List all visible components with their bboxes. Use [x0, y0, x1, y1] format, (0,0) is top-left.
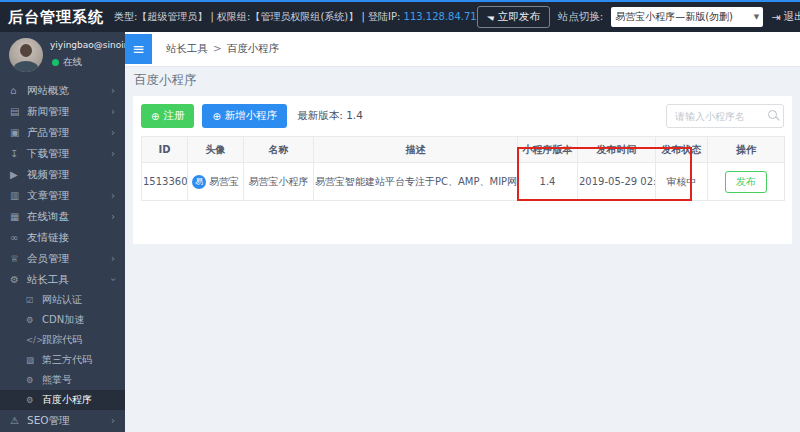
sidebar-subitem-label: 第三方代码 — [42, 353, 92, 367]
sidebar-item-label: 在线询盘 — [27, 210, 69, 224]
topbar-actions: ◄ 立即发布 站点切换: 易营宝小程序—新版(勿删) ▼ ⇥ 退出 — [477, 6, 800, 28]
sidebar-item-label: 产品管理 — [27, 126, 69, 140]
logout-button[interactable]: ⇥ 退出 — [771, 10, 800, 24]
sidebar-item-video[interactable]: ▶视频管理 — [0, 164, 125, 185]
search-input[interactable] — [666, 104, 784, 128]
sidebar-item-site-overview[interactable]: ⌂网站概览› — [0, 80, 125, 101]
breadcrumb-parent[interactable]: 站长工具 — [166, 42, 208, 54]
online-dot-icon — [52, 59, 59, 66]
sidebar-item-article[interactable]: ▥文章管理› — [0, 185, 125, 206]
user-email: yiyingbao@sinoim.com — [50, 40, 125, 50]
login-ip: 113.128.84.71 — [404, 11, 477, 22]
publish-now-button[interactable]: ◄ 立即发布 — [477, 6, 550, 28]
sidebar-subitem-label: 网站认证 — [42, 293, 82, 307]
sidebar-subitem-cdn[interactable]: ⚙CDN加速 — [0, 310, 125, 330]
cell-avatar: 易 易营宝 — [188, 163, 244, 201]
sidebar-subitem-xiongzhang[interactable]: ⚙熊掌号 — [0, 370, 125, 390]
logout-icon: ⇥ — [771, 11, 780, 24]
logout-label: 退出 — [783, 10, 800, 24]
news-icon: ▤ — [10, 106, 27, 117]
sidebar-item-label: 友情链接 — [27, 231, 69, 245]
sidebar-subitem-site-auth[interactable]: ☑网站认证 — [0, 290, 125, 310]
chevron-down-icon: ▼ — [754, 13, 759, 21]
chevron-right-icon: › — [111, 211, 115, 222]
site-select[interactable]: 易营宝小程序—新版(勿删) ▼ — [611, 7, 763, 27]
publish-now-label: 立即发布 — [498, 10, 540, 24]
sidebar-item-label: 下载管理 — [27, 147, 69, 161]
user-block: yiyingbao@sinoim.com 在线 — [0, 32, 125, 80]
sidebar-item-news[interactable]: ▤新闻管理› — [0, 101, 125, 122]
top-bar: 后台管理系统 类型:【超级管理员】 | 权限组:【管理员权限组(系统)】 | 登… — [0, 0, 800, 32]
chevron-right-icon: › — [111, 253, 115, 264]
col-actions: 操作 — [708, 137, 785, 163]
sidebar-item-label: 新闻管理 — [27, 105, 69, 119]
sidebar-item-webmaster-tools[interactable]: ⚙站长工具› — [0, 269, 125, 290]
gear-icon: ⚙ — [26, 315, 42, 325]
sidebar-item-product[interactable]: ▣产品管理› — [0, 122, 125, 143]
page-title: 百度小程序 — [134, 72, 197, 89]
sidebar-menu: ⌂网站概览› ▤新闻管理› ▣产品管理› ↧下载管理› ▶视频管理 ▥文章管理›… — [0, 80, 125, 431]
gear-icon: ⚙ — [10, 274, 27, 285]
chevron-right-icon: › — [111, 190, 115, 201]
sidebar-subitem-baidu-miniapp[interactable]: ⚙百度小程序 — [0, 390, 125, 410]
chevron-right-icon: › — [111, 127, 115, 138]
col-publish-time: 发布时间 — [578, 137, 656, 163]
download-icon: ↧ — [10, 148, 27, 159]
certificate-icon: ☑ — [26, 295, 42, 305]
chevron-down-icon: › — [108, 278, 119, 282]
latest-version-label: 最新版本: 1.4 — [297, 109, 363, 123]
site-select-value: 易营宝小程序—新版(勿删) — [615, 10, 733, 24]
sidebar-item-download[interactable]: ↧下载管理› — [0, 143, 125, 164]
article-icon: ▥ — [10, 190, 27, 201]
cell-id: 15133605 — [142, 163, 188, 201]
sidebar-item-inquiry[interactable]: ▦在线询盘› — [0, 206, 125, 227]
publish-button[interactable]: 发布 — [725, 171, 767, 193]
col-description: 描述 — [314, 137, 518, 163]
sidebar-subitem-label: 熊掌号 — [42, 373, 72, 387]
toolbar: ⊕ 注册 ⊕ 新增小程序 最新版本: 1.4 — [141, 104, 784, 128]
col-publish-status: 发布状态 — [656, 137, 708, 163]
avatar[interactable] — [9, 38, 43, 72]
menu-toggle-button[interactable]: ≡ — [125, 34, 152, 64]
sidebar-subitem-label: 百度小程序 — [42, 393, 92, 407]
sidebar-subitem-label: CDN加速 — [42, 313, 84, 327]
sidebar-item-friend-links[interactable]: ∞友情链接 — [0, 227, 125, 248]
home-icon: ⌂ — [10, 85, 27, 96]
inquiry-icon: ▦ — [10, 211, 27, 222]
table-row: 15133605 易 易营宝 易营宝小程序 易营宝智能建站平台专注于PC、AMP… — [142, 163, 785, 201]
sidebar-item-label: 视频管理 — [27, 168, 69, 182]
chevron-right-icon: › — [111, 106, 115, 117]
plus-circle-icon: ⊕ — [151, 111, 159, 122]
cell-version: 1.4 — [518, 163, 578, 201]
sidebar-item-members[interactable]: ♕会员管理› — [0, 248, 125, 269]
cell-publish-status: 审核中 — [656, 163, 708, 201]
gear-icon: ⚙ — [26, 375, 42, 385]
paper-plane-icon: ◄ — [485, 11, 495, 23]
sidebar-item-seo[interactable]: ⚠SEO管理› — [0, 410, 125, 431]
main-area: ≡ 站长工具>百度小程序 百度小程序 ⊕ 注册 ⊕ 新增小程序 最新版本: 1.… — [125, 32, 800, 432]
breadcrumb-bar: ≡ 站长工具>百度小程序 — [125, 32, 800, 66]
col-version: 小程序版本 — [518, 137, 578, 163]
sidebar: yiyingbao@sinoim.com 在线 ⌂网站概览› ▤新闻管理› ▣产… — [0, 32, 125, 432]
code-icon: </> — [26, 335, 42, 345]
col-avatar: 头像 — [188, 137, 244, 163]
breadcrumb: 站长工具>百度小程序 — [166, 42, 279, 56]
miniapp-avatar-name: 易营宝 — [209, 175, 239, 189]
session-meta: 类型:【超级管理员】 | 权限组:【管理员权限组(系统)】 | 登陆IP: 11… — [114, 10, 477, 24]
plus-circle-icon: ⊕ — [212, 111, 220, 122]
sidebar-item-label: 网站概览 — [27, 84, 69, 98]
register-button[interactable]: ⊕ 注册 — [141, 104, 194, 128]
warning-icon: ⚠ — [10, 415, 27, 426]
table-header-row: ID 头像 名称 描述 小程序版本 发布时间 发布状态 操作 — [142, 137, 785, 163]
col-id: ID — [142, 137, 188, 163]
cell-name: 易营宝小程序 — [244, 163, 314, 201]
col-name: 名称 — [244, 137, 314, 163]
sidebar-subitem-third-party-code[interactable]: ▨第三方代码 — [0, 350, 125, 370]
gear-icon: ⚙ — [26, 395, 42, 405]
sidebar-item-label: 会员管理 — [27, 252, 69, 266]
add-miniapp-button[interactable]: ⊕ 新增小程序 — [202, 104, 287, 128]
video-icon: ▶ — [10, 169, 27, 180]
link-icon: ∞ — [10, 232, 27, 243]
chevron-right-icon: › — [111, 85, 115, 96]
sidebar-subitem-tracking-code[interactable]: </>跟踪代码 — [0, 330, 125, 350]
